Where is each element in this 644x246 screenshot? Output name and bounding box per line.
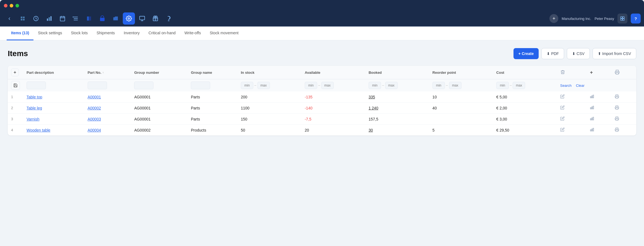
tab-stock-settings[interactable]: Stock settings	[33, 27, 66, 40]
th-add-col[interactable]: +	[586, 66, 611, 79]
filter-booked-min[interactable]	[369, 82, 381, 89]
tab-shipments[interactable]: Shipments	[92, 27, 119, 40]
filter-part-no-input[interactable]	[88, 82, 107, 89]
save-filter-button[interactable]	[11, 81, 20, 90]
minimize-dot[interactable]	[10, 4, 13, 7]
print-icon[interactable]	[615, 127, 619, 132]
svg-rect-14	[140, 16, 145, 20]
help-button[interactable]: ?	[631, 14, 641, 23]
svg-rect-29	[592, 107, 593, 109]
table-row: 2 Table leg A00002 AG00001 Parts 1100 -1…	[8, 103, 636, 114]
th-part-no[interactable]: Part No. ↑	[84, 66, 131, 79]
part-description-link[interactable]: Table leg	[27, 106, 42, 110]
csv-button[interactable]: ⬇ CSV	[567, 48, 590, 59]
pdf-button[interactable]: ⬇ PDF	[541, 48, 564, 59]
svg-rect-1	[47, 19, 48, 21]
row-available: 20	[301, 125, 365, 136]
filter-group-number-input[interactable]	[134, 82, 153, 89]
table-row: 4 Wooden table A00004 AG00002 Products 5…	[8, 125, 636, 136]
part-no-link[interactable]: A00004	[88, 128, 101, 132]
th-add-row[interactable]: +	[8, 66, 23, 79]
tab-inventory[interactable]: Inventory	[119, 27, 144, 40]
list-nav-icon[interactable]	[70, 12, 82, 25]
calendar-nav-icon[interactable]	[56, 12, 69, 25]
edit-icon[interactable]	[560, 105, 565, 110]
clear-button[interactable]: Clear	[576, 83, 585, 88]
filter-cost-max[interactable]	[513, 82, 525, 89]
import-csv-button[interactable]: ⬆ Import from CSV	[593, 48, 636, 59]
th-trash-icon[interactable]	[557, 66, 587, 79]
row-chart-cell	[586, 103, 611, 114]
edit-icon[interactable]	[560, 116, 565, 121]
close-dot[interactable]	[4, 4, 7, 7]
create-button[interactable]: + Create	[513, 48, 539, 59]
filter-group-name-input[interactable]	[191, 82, 210, 89]
svg-rect-36	[590, 130, 591, 131]
range-dash-5: –	[510, 83, 512, 87]
bag-nav-icon[interactable]	[96, 12, 108, 25]
bar-chart-icon[interactable]	[590, 127, 594, 132]
bar-chart-icon[interactable]	[590, 94, 594, 99]
filter-reorder-max[interactable]	[449, 82, 462, 89]
svg-rect-4	[60, 17, 65, 21]
book-nav-icon[interactable]	[83, 12, 95, 25]
filter-save-cell	[8, 79, 23, 92]
gift-nav-icon[interactable]	[149, 12, 161, 25]
folder-nav-icon[interactable]	[109, 12, 122, 25]
bulb-nav-icon[interactable]	[163, 12, 175, 25]
filter-part-desc-cell	[23, 79, 84, 92]
filter-group-name-cell	[187, 79, 238, 92]
filter-part-description-input[interactable]	[27, 82, 46, 89]
edit-icon[interactable]	[560, 94, 565, 99]
page-header: Items + Create ⬇ PDF ⬇ CSV ⬆ Import from…	[8, 48, 636, 59]
logo-nav-icon[interactable]	[17, 12, 29, 25]
svg-rect-30	[593, 106, 594, 109]
row-booked: 1 240	[365, 103, 429, 114]
th-in-stock: In stock	[238, 66, 301, 79]
th-print-icon[interactable]	[611, 66, 636, 79]
chart-nav-icon[interactable]	[43, 12, 55, 25]
tab-critical-on-hand[interactable]: Critical on-hand	[144, 27, 180, 40]
tab-stock-movement[interactable]: Stock movement	[205, 27, 243, 40]
print-icon[interactable]	[615, 116, 619, 121]
user-profile-button[interactable]	[617, 14, 627, 23]
filter-reorder-min[interactable]	[432, 82, 445, 89]
filter-booked-max[interactable]	[385, 82, 398, 89]
part-no-link[interactable]: A00002	[88, 106, 101, 110]
global-add-button[interactable]: +	[549, 14, 558, 23]
maximize-dot[interactable]	[15, 4, 19, 7]
bar-chart-icon[interactable]	[590, 116, 594, 121]
print-icon[interactable]	[615, 105, 619, 110]
svg-rect-22	[623, 19, 624, 20]
filter-in-stock-max[interactable]	[257, 82, 270, 89]
th-part-description: Part description	[23, 66, 84, 79]
tab-stock-lots[interactable]: Stock lots	[67, 27, 92, 40]
row-part-description: Table leg	[23, 103, 84, 114]
bar-chart-icon[interactable]	[590, 105, 594, 110]
tab-items[interactable]: Items (13)	[7, 27, 33, 40]
print-icon[interactable]	[615, 94, 619, 99]
part-no-link[interactable]: A00003	[88, 117, 101, 121]
gear-nav-icon[interactable]	[123, 12, 135, 25]
filter-in-stock-min[interactable]	[241, 82, 253, 89]
search-button[interactable]: Search	[560, 83, 572, 88]
monitor-nav-icon[interactable]	[136, 12, 148, 25]
time-nav-icon[interactable]	[30, 12, 42, 25]
tab-write-offs[interactable]: Write-offs	[180, 27, 205, 40]
part-description-link[interactable]: Wooden table	[27, 128, 50, 132]
add-row-button[interactable]: +	[11, 69, 19, 76]
company-name: Manufacturing Inc.	[562, 17, 591, 21]
row-number: 3	[8, 114, 23, 125]
edit-icon[interactable]	[560, 127, 565, 132]
filter-in-stock-cell: –	[238, 79, 301, 92]
filter-available-max[interactable]	[321, 82, 334, 89]
filter-available-range: –	[305, 82, 362, 89]
back-button[interactable]: ‹	[3, 12, 15, 25]
part-no-link[interactable]: A00001	[88, 95, 101, 99]
row-edit-cell	[557, 91, 587, 103]
part-description-link[interactable]: Table top	[27, 95, 42, 99]
filter-available-min[interactable]	[305, 82, 317, 89]
filter-cost-min[interactable]	[496, 82, 509, 89]
part-description-link[interactable]: Varnish	[27, 117, 39, 121]
part-no-sort[interactable]: Part No. ↑	[88, 70, 128, 75]
